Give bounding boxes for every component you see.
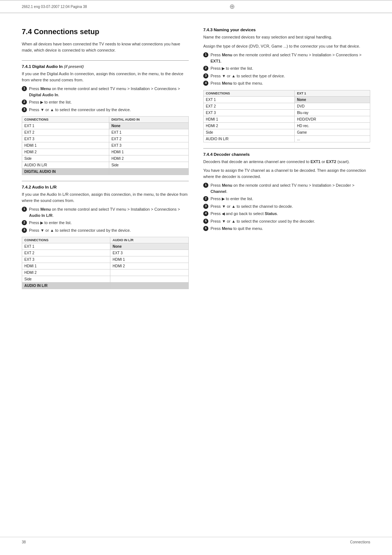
divider-744 [203, 148, 370, 149]
step-num-743-4: 4 [203, 81, 208, 86]
step-text-741-1: Press Menu on the remote control and sel… [29, 86, 189, 98]
right-column: 7.4.3 Naming your devices Name the conne… [203, 28, 370, 295]
table-742-r3-c1: EXT 3 [22, 256, 110, 263]
table-743-r7-c2: ... [295, 135, 370, 142]
section-744-body1: Decoders that decode an antenna channel … [203, 159, 370, 165]
table-741-r2-c1: EXT 2 [22, 129, 109, 136]
step-text-743-4: Press Menu to quit the menu. [211, 80, 370, 86]
step-743-2: 2 Press ▶ to enter the list. [203, 65, 370, 72]
table-742-row-2: EXT 2 EXT 3 [22, 250, 189, 256]
section-741-heading: 7.4.1 Digital Audio In (if present) [22, 64, 189, 69]
step-num-742-1: 1 [22, 207, 27, 212]
step-text-742-1: Press Menu on the remote control and sel… [29, 206, 189, 218]
step-text-744-4: Press ◀ and go back to select Status. [211, 211, 370, 217]
step-text-744-2: Press ▶ to enter the list. [211, 196, 370, 202]
table-743-row-2: EXT 2 DVD [204, 103, 370, 109]
step-num-741-3: 3 [22, 107, 27, 112]
content-area: 7.4 Connections setup When all devices h… [0, 13, 392, 317]
step-743-4: 4 Press Menu to quit the menu. [203, 80, 370, 86]
table-743-r2-c2: DVD [295, 103, 370, 109]
step-744-2: 2 Press ▶ to enter the list. [203, 196, 370, 202]
section-742-body: If you use the Audio In L/R connection, … [22, 191, 189, 203]
step-741-2: 2 Press ▶ to enter the list. [22, 99, 189, 105]
table-741-row-6: Side HDMI 2 [22, 155, 189, 162]
table-742-col1-header: Connections [22, 237, 110, 243]
footer-page-number: 38 [22, 540, 26, 544]
table-741-r7-c1: AUDIO IN L/R [22, 162, 109, 169]
section-741-body: If you use the Digital Audio In connecti… [22, 71, 189, 83]
table-741-row-4: HDMI 1 EXT 3 [22, 142, 189, 149]
table-742-row-6: Side [22, 276, 189, 283]
step-num-743-2: 2 [203, 66, 208, 71]
table-743-r1-c2: None [295, 96, 370, 103]
table-741: Connections DIGITAL AUDIO IN EXT 1 None … [22, 116, 189, 175]
table-741-col1-header: Connections [22, 117, 109, 123]
table-743-r1-c1: EXT 1 [204, 96, 295, 103]
table-743-row-6: Side Game [204, 129, 370, 135]
table-742-r5-c2 [110, 270, 189, 276]
header-bar: 2662.1 eng 03-07-2007 12:04 Pagina 38 ⊕ [0, 0, 392, 13]
step-num-742-2: 2 [22, 220, 27, 225]
header-text: 2662.1 eng 03-07-2007 12:04 Pagina 38 [22, 5, 87, 9]
table-743-row-3: EXT 3 Blu-ray [204, 109, 370, 116]
table-741-r6-c2: HDMI 2 [109, 155, 188, 162]
table-743-r2-c1: EXT 2 [204, 103, 295, 109]
step-741-1: 1 Press Menu on the remote control and s… [22, 86, 189, 98]
step-742-2: 2 Press ▶ to enter the list. [22, 220, 189, 226]
step-text-742-3: Press ▼ or ▲ to select the connector use… [29, 227, 189, 234]
table-741-row-2: EXT 2 EXT 1 [22, 129, 189, 136]
table-741-row-5: HDMI 2 HDMI 1 [22, 149, 189, 155]
table-743-row-1: EXT 1 None [204, 96, 370, 103]
table-743-r4-c1: HDMI 1 [204, 116, 295, 122]
table-742-r7-c2 [110, 283, 189, 289]
table-741-r3-c2: EXT 2 [109, 136, 188, 142]
step-num-744-4: 4 [203, 211, 208, 216]
table-741-row-8: DIGITAL AUDIO IN [22, 169, 189, 175]
table-742-r1-c1: EXT 1 [22, 243, 110, 250]
step-744-6: 6 Press Menu to quit the menu. [203, 226, 370, 232]
table-742-r2-c2: EXT 3 [110, 250, 189, 256]
table-741-row-3: EXT 3 EXT 2 [22, 136, 189, 142]
table-741-r4-c2: EXT 3 [109, 142, 188, 149]
section-741-steps: 1 Press Menu on the remote control and s… [22, 86, 189, 113]
table-741-r8-c2 [109, 169, 188, 175]
step-num-742-3: 3 [22, 228, 27, 233]
step-text-744-3: Press ▼ or ▲ to select the channel to de… [211, 203, 370, 210]
step-num-744-3: 3 [203, 204, 208, 209]
step-742-1: 1 Press Menu on the remote control and s… [22, 206, 189, 218]
table-743-r5-c1: HDMI 2 [204, 122, 295, 129]
step-num-743-3: 3 [203, 73, 208, 78]
step-text-741-3: Press ▼ or ▲ to select the connector use… [29, 107, 189, 113]
section-743-steps: 1 Press Menu on the remote control and s… [203, 52, 370, 86]
table-742-row-4: HDMI 1 HDMI 2 [22, 263, 189, 270]
table-741-r4-c1: HDMI 1 [22, 142, 109, 149]
step-text-743-1: Press Menu on the remote control and sel… [211, 52, 370, 64]
footer-section-label: Connections [350, 540, 370, 544]
step-num-744-1: 1 [203, 183, 208, 188]
section-742-steps: 1 Press Menu on the remote control and s… [22, 206, 189, 233]
table-742-row-1: EXT 1 None [22, 243, 189, 250]
step-num-741-2: 2 [22, 100, 27, 105]
section-744-heading: 7.4.4 Decoder channels [203, 152, 370, 157]
table-742-row-7: AUDIO IN L/R [22, 283, 189, 289]
table-742-r4-c1: HDMI 1 [22, 263, 110, 270]
page-wrapper: 2662.1 eng 03-07-2007 12:04 Pagina 38 ⊕ … [0, 0, 392, 555]
header-crosshair: ⊕ [229, 3, 235, 11]
divider-742 [22, 181, 189, 181]
table-741-r2-c2: EXT 1 [109, 129, 188, 136]
table-743-r4-c2: HDD/DVDR [295, 116, 370, 122]
table-743-row-7: AUDIO IN L/R ... [204, 135, 370, 142]
section-743-heading: 7.4.3 Naming your devices [203, 28, 370, 32]
table-742-col2-header: AUDIO IN L/R [110, 237, 189, 243]
table-743-col2-header: EXT 1 [295, 90, 370, 96]
table-741-r7-c2: Side [109, 162, 188, 169]
table-743-r6-c1: Side [204, 129, 295, 135]
step-744-5: 5 Press ▼ or ▲ to select the connector u… [203, 218, 370, 224]
intro-text: When all devices have been connected the… [22, 41, 189, 53]
table-742-r7-c1: AUDIO IN L/R [22, 283, 110, 289]
table-741-r8-c1: DIGITAL AUDIO IN [22, 169, 109, 175]
table-742-r2-c1: EXT 2 [22, 250, 110, 256]
table-743-r3-c1: EXT 3 [204, 109, 295, 116]
step-text-744-1: Press Menu on the remote control and sel… [211, 182, 370, 194]
table-743-r3-c2: Blu-ray [295, 109, 370, 116]
